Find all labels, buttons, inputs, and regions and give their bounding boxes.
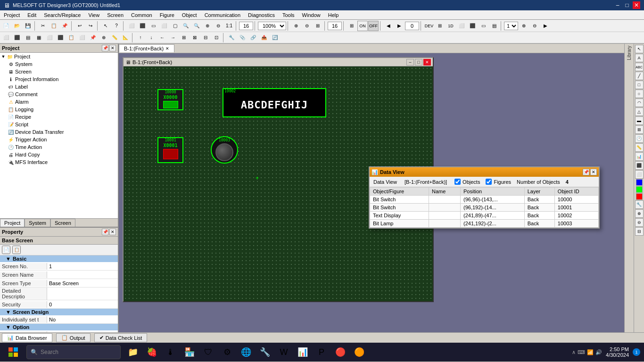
tb-more-2[interactable]: ⊖ [529,21,540,31]
tree-item-trigger-action[interactable]: ⚡ Trigger Action [0,136,118,143]
tree-item-device-data-transfer[interactable]: 🔄 Device Data Transfer [0,128,118,136]
tb-arrow-left[interactable]: ◀ [383,21,394,31]
tb-r2-9[interactable]: 📌 [88,33,98,43]
taskbar-weather[interactable]: 🌡 [162,344,179,361]
page-input[interactable] [405,22,419,30]
rt-abc[interactable]: ABC [635,63,644,71]
tb-r2-1[interactable]: ⬜ [1,33,11,43]
table-row[interactable]: Text Display (241,89)-(47... Back 10002 [370,212,599,220]
minimize-button[interactable]: – [614,1,621,9]
tb-r2-24[interactable]: 📤 [259,33,269,43]
rt-tool3[interactable]: ⊖ [635,218,644,227]
tb-r2-11[interactable]: 📏 [109,33,120,43]
property-panel-close[interactable]: ✕ [109,229,116,235]
tree-item-alarm[interactable]: ⚠ Alarm [0,98,118,106]
tb-r2-12[interactable]: 📐 [120,33,131,43]
tb-r2-5[interactable]: ⬜ [44,33,55,43]
tree-item-label[interactable]: 🏷 Label [0,83,118,90]
start-button[interactable] [4,344,23,361]
menu-view[interactable]: View [85,11,104,19]
rt-line[interactable]: ╱ [635,72,644,80]
mdi-minimize[interactable]: – [406,59,414,66]
rt-arc[interactable]: ◠ [635,99,644,107]
menu-help[interactable]: Help [324,11,343,19]
tb-r2-18[interactable]: ⊠ [190,33,200,43]
tb-fig4[interactable]: ⬜ [159,21,169,31]
tb-zoom-out[interactable]: ⊖ [302,21,312,31]
status-tab-data-browser[interactable]: 📊 Data Browser [2,333,52,342]
tb-on-btn[interactable]: ON [357,21,368,31]
rt-tool1[interactable]: 🔧 [635,200,644,209]
prop-icon-1[interactable]: 📄 [2,246,10,254]
tb-fig7[interactable]: 🔍 [191,21,202,31]
tb-fig8[interactable]: ⊕ [202,21,213,31]
menu-communication[interactable]: Communication [201,11,244,19]
rt-scale[interactable]: 📏 [635,143,644,152]
tb-fig5[interactable]: ▢ [170,21,180,31]
menu-tools[interactable]: Tools [279,11,298,19]
tb-r2-2[interactable]: ⬛ [12,33,22,43]
tree-item-time-action[interactable]: 🕐 Time Action [0,143,118,151]
taskbar-shield[interactable]: 🛡 [200,344,217,361]
taskbar-app2[interactable]: 🟠 [351,344,368,361]
menu-object[interactable]: Object [178,11,201,19]
rt-color2[interactable] [636,186,643,193]
tb-r2-14[interactable]: ↓ [146,33,157,43]
taskbar-festoo2[interactable]: 🔧 [256,344,273,361]
tree-item-project-info[interactable]: ℹ Project Information [0,75,118,83]
tb-r2-6[interactable]: ⬛ [55,33,66,43]
tb-r2-8[interactable]: ⬜ [77,33,87,43]
rt-color1[interactable] [636,179,643,186]
menu-project[interactable]: Project [0,11,24,19]
rt-rect[interactable]: □ [635,81,644,89]
tree-item-script[interactable]: 📝 Script [0,121,118,128]
tb-obj-4[interactable]: ▤ [489,21,499,31]
menu-window[interactable]: Window [298,11,324,19]
tb-r2-17[interactable]: ⊞ [179,33,189,43]
prop-group-option[interactable]: ▼ Option [0,324,118,330]
tree-item-logging[interactable]: 📋 Logging [0,106,118,113]
search-bar[interactable]: 🔍 Search [26,345,121,359]
tree-item-hard-copy[interactable]: 🖨 Hard Copy [0,151,118,158]
dv-figures-checkbox-label[interactable]: Figures [486,179,511,185]
taskbar-gt-designer[interactable]: 📊 [294,344,311,361]
tb-copy[interactable]: 📋 [49,21,59,31]
taskbar-app1[interactable]: 🔴 [332,344,349,361]
rt-graph[interactable]: 📊 [635,152,644,161]
menu-screen[interactable]: Screen [103,11,127,19]
title-controls[interactable]: – □ ✕ [614,1,640,9]
table-row[interactable]: Bit Lamp (241,192)-(2... Back 10003 [370,220,599,228]
rt-tool2[interactable]: ⊕ [635,209,644,218]
layer-select[interactable]: 1 2 [504,22,518,30]
tb-obj-2[interactable]: ⬛ [467,21,478,31]
notification-badge[interactable]: 1 [633,348,640,356]
tb-obj-1[interactable]: ⬜ [456,21,467,31]
tb-fig6[interactable]: 🔍 [181,21,191,31]
rt-table[interactable]: ⊞ [635,125,644,134]
tb-r2-16[interactable]: → [168,33,178,43]
tb-redo[interactable]: ↪ [85,21,96,31]
table-row[interactable]: Bit Switch (96,96)-(143,... Back 10000 [370,196,599,204]
tray-volume[interactable]: 🔊 [595,349,602,355]
prop-icon-2[interactable]: 📋 [12,246,21,254]
tb-off-btn[interactable]: OFF [368,21,379,31]
tb-fig2[interactable]: ⬛ [137,21,148,31]
tree-item-system[interactable]: ⚙ System [0,60,118,68]
taskbar-strawberry[interactable]: 🍓 [143,344,160,361]
project-panel-close[interactable]: ✕ [109,45,116,51]
canvas-tab-close[interactable]: ✕ [165,46,169,51]
taskbar-festoo[interactable]: ⚙ [219,344,236,361]
close-button[interactable]: ✕ [633,1,640,9]
dv-pin[interactable]: 📌 [583,169,589,175]
prop-group-screen-design[interactable]: ▼ Screen Design [0,309,118,315]
rt-poly[interactable]: △ [635,107,644,116]
tb-r2-20[interactable]: ⊡ [211,33,222,43]
tb-save[interactable]: 💾 [23,21,33,31]
dv-figures-checkbox[interactable] [486,179,492,185]
menu-common[interactable]: Common [127,11,156,19]
rt-clock[interactable]: 🕐 [635,134,644,143]
tb-r2-7[interactable]: 📋 [66,33,76,43]
tb-cut[interactable]: ✂ [38,21,48,31]
tb-more-1[interactable]: ⊕ [519,21,529,31]
tb-r2-3[interactable]: ▤ [23,33,33,43]
